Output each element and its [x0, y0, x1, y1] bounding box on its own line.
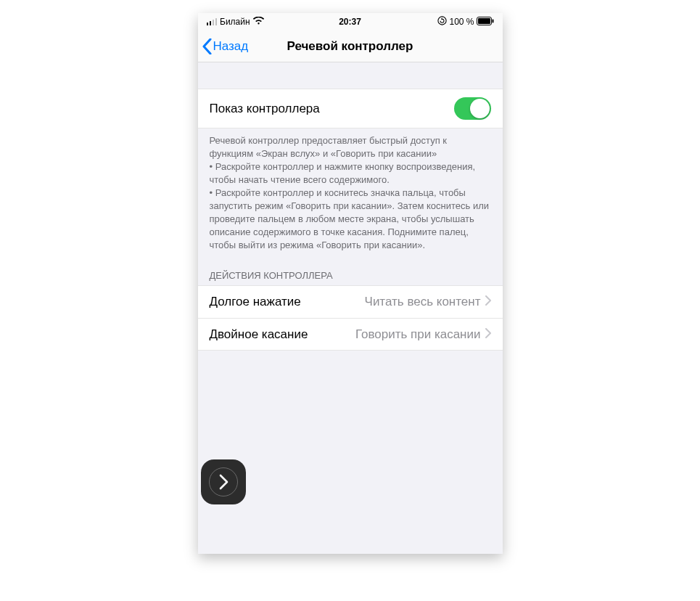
nav-bar: Назад Речевой контроллер	[198, 30, 503, 62]
content: Показ контроллера Речевой контроллер пре…	[198, 62, 503, 351]
battery-icon	[477, 17, 494, 28]
toggle-footer-text: Речевой контроллер предоставляет быстрый…	[198, 128, 503, 257]
chevron-right-icon	[485, 295, 491, 308]
speech-controller-circle	[209, 467, 238, 496]
show-controller-toggle[interactable]	[454, 97, 491, 120]
toggle-knob	[470, 99, 490, 118]
wifi-icon	[253, 17, 264, 27]
long-press-label: Долгое нажатие	[210, 295, 301, 309]
show-controller-label: Показ контроллера	[210, 102, 320, 116]
long-press-value: Читать весь контент	[365, 295, 481, 309]
double-tap-row[interactable]: Двойное касание Говорить при касании	[198, 318, 503, 350]
rotation-lock-icon	[437, 16, 447, 28]
status-time: 20:37	[339, 17, 361, 27]
signal-icon	[207, 18, 218, 25]
status-right: 100 %	[437, 16, 493, 28]
nav-title: Речевой контроллер	[287, 39, 413, 54]
actions-header: ДЕЙСТВИЯ КОНТРОЛЛЕРА	[198, 257, 503, 285]
status-left: Билайн	[207, 17, 264, 27]
status-bar: Билайн 20:37 100 %	[198, 13, 503, 30]
double-tap-label: Двойное касание	[210, 327, 308, 342]
show-controller-row: Показ контроллера	[198, 89, 503, 128]
phone-frame: Билайн 20:37 100 % Назад Речевой контрол…	[198, 13, 503, 554]
svg-rect-3	[492, 19, 493, 23]
carrier-label: Билайн	[220, 17, 250, 27]
toggle-group: Показ контроллера	[198, 89, 503, 128]
chevron-right-icon	[485, 328, 491, 341]
svg-rect-2	[478, 18, 490, 24]
actions-group: Долгое нажатие Читать весь контент Двойн…	[198, 285, 503, 351]
back-label: Назад	[213, 39, 249, 54]
battery-percent: 100 %	[449, 17, 474, 27]
chevron-left-icon	[202, 38, 212, 54]
double-tap-value: Говорить при касании	[355, 327, 481, 342]
back-button[interactable]: Назад	[202, 38, 249, 54]
long-press-row[interactable]: Долгое нажатие Читать весь контент	[198, 286, 503, 318]
speech-controller-button[interactable]	[201, 459, 246, 504]
chevron-right-icon	[218, 474, 228, 490]
